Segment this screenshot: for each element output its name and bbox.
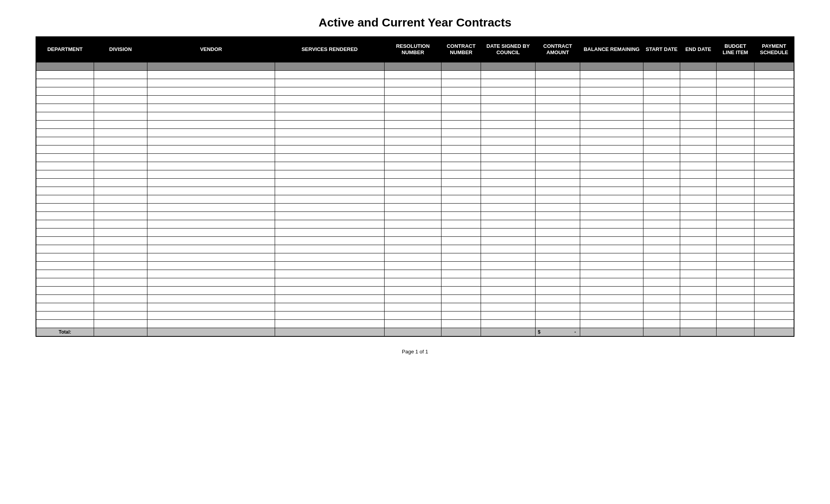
table-cell: [717, 153, 755, 162]
table-cell: [755, 261, 794, 270]
table-cell: [385, 278, 441, 286]
table-cell: [94, 95, 147, 104]
table-cell: [36, 245, 94, 253]
table-cell: [717, 228, 755, 236]
table-cell: [535, 303, 580, 311]
table-cell: [441, 62, 481, 70]
table-cell: [580, 220, 643, 228]
table-cell: [275, 319, 384, 328]
table-cell: [717, 128, 755, 137]
table-cell: [643, 87, 680, 95]
table-cell: [94, 311, 147, 319]
table-cell: [580, 203, 643, 211]
table-row: [36, 311, 794, 319]
table-row: [36, 220, 794, 228]
table-cell: [717, 294, 755, 303]
table-cell: [147, 319, 275, 328]
table-cell: [580, 153, 643, 162]
table-cell: [755, 112, 794, 120]
table-cell: [275, 228, 384, 236]
table-cell: [275, 62, 384, 70]
col-header-end-date: END DATE: [680, 37, 717, 62]
table-cell: [717, 70, 755, 79]
table-row: [36, 128, 794, 137]
table-cell: [441, 95, 481, 104]
table-cell: [36, 228, 94, 236]
table-cell: [535, 95, 580, 104]
table-row: [36, 95, 794, 104]
table-cell: [385, 294, 441, 303]
table-row: [36, 62, 794, 70]
table-cell: [36, 62, 94, 70]
table-cell: [755, 70, 794, 79]
table-cell: [481, 311, 535, 319]
table-cell: [717, 270, 755, 278]
table-cell: [36, 95, 94, 104]
table-cell: [275, 87, 384, 95]
table-cell: [535, 211, 580, 220]
table-cell: [643, 278, 680, 286]
table-cell: [481, 162, 535, 170]
table-cell: [275, 162, 384, 170]
total-cell: [94, 328, 147, 336]
table-cell: [755, 79, 794, 87]
table-cell: [385, 145, 441, 153]
table-cell: [680, 278, 717, 286]
col-header-vendor: VENDOR: [147, 37, 275, 62]
table-cell: [535, 311, 580, 319]
table-cell: [680, 236, 717, 245]
table-cell: [580, 187, 643, 195]
table-cell: [441, 245, 481, 253]
table-cell: [717, 311, 755, 319]
table-cell: [755, 195, 794, 203]
table-cell: [385, 303, 441, 311]
table-cell: [94, 178, 147, 187]
table-cell: [717, 319, 755, 328]
table-header: DEPARTMENT DIVISION VENDOR SERVICES REND…: [36, 37, 794, 62]
table-cell: [147, 153, 275, 162]
table-cell: [385, 319, 441, 328]
total-label: Total:: [36, 328, 94, 336]
table-cell: [275, 145, 384, 153]
table-cell: [580, 253, 643, 261]
table-cell: [643, 203, 680, 211]
table-cell: [481, 104, 535, 112]
table-cell: [643, 137, 680, 145]
table-cell: [94, 253, 147, 261]
table-cell: [535, 187, 580, 195]
table-cell: [643, 178, 680, 187]
table-row: [36, 137, 794, 145]
table-cell: [441, 170, 481, 178]
col-header-balance-remaining: BALANCE REMAINING: [580, 37, 643, 62]
table-body: Total:$-: [36, 62, 794, 336]
table-row: [36, 153, 794, 162]
table-cell: [643, 245, 680, 253]
table-cell: [385, 120, 441, 128]
table-cell: [94, 162, 147, 170]
table-cell: [680, 245, 717, 253]
table-cell: [535, 112, 580, 120]
table-cell: [717, 137, 755, 145]
table-cell: [94, 187, 147, 195]
table-cell: [643, 261, 680, 270]
total-cell: [385, 328, 441, 336]
table-cell: [643, 153, 680, 162]
table-cell: [385, 62, 441, 70]
table-cell: [385, 270, 441, 278]
table-cell: [481, 178, 535, 187]
table-cell: [36, 211, 94, 220]
currency-symbol: $: [538, 329, 541, 335]
table-cell: [717, 211, 755, 220]
table-cell: [535, 236, 580, 245]
table-cell: [580, 70, 643, 79]
table-cell: [755, 303, 794, 311]
table-cell: [580, 211, 643, 220]
table-cell: [643, 145, 680, 153]
table-cell: [275, 187, 384, 195]
contracts-table: DEPARTMENT DIVISION VENDOR SERVICES REND…: [36, 36, 794, 337]
table-cell: [441, 303, 481, 311]
table-cell: [717, 187, 755, 195]
table-cell: [275, 195, 384, 203]
table-cell: [481, 245, 535, 253]
table-cell: [275, 278, 384, 286]
